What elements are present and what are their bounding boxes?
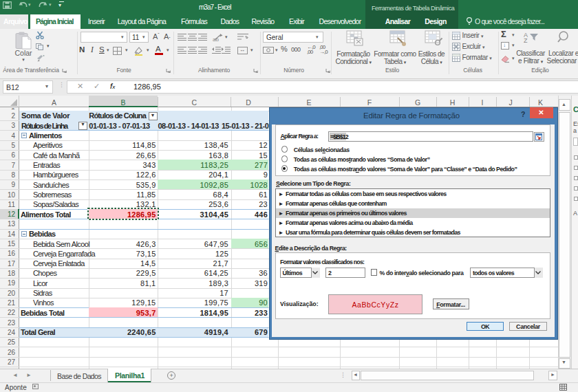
svg-text:Z: Z [524,37,528,43]
svg-text:ab: ab [213,36,219,42]
